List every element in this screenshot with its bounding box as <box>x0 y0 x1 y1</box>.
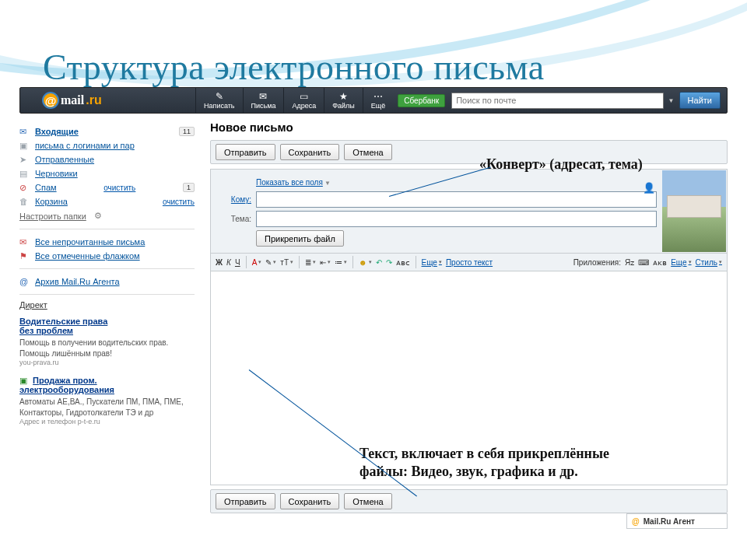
list-button[interactable]: ≔▾ <box>335 258 347 267</box>
dots-icon: ⋯ <box>374 92 383 101</box>
nav-addresses[interactable]: ▭Адреса <box>283 87 324 114</box>
contacts-icon[interactable]: 👤 <box>643 182 655 194</box>
envelope-icon: ✉ <box>19 127 30 136</box>
underline-button[interactable]: Ч <box>235 258 240 267</box>
indent-button[interactable]: ⇤▾ <box>320 258 331 267</box>
compose-actions-top: Отправить Сохранить Отмена <box>210 140 728 164</box>
spell-button[interactable]: ᴀʙᴄ <box>396 258 410 267</box>
undo-button[interactable]: ↶ <box>376 258 382 267</box>
folder-spam[interactable]: ⊘Спамочистить1 <box>19 180 195 194</box>
filter-unread[interactable]: ✉Все непрочитанные письма <box>19 235 195 249</box>
star-icon: ★ <box>339 92 348 101</box>
more-apps[interactable]: Еще▾ <box>671 258 691 267</box>
font-size-button[interactable]: тТ▾ <box>280 258 293 267</box>
mailru-logo[interactable]: @ mail .ru <box>20 92 195 109</box>
bold-button[interactable]: Ж <box>216 258 223 267</box>
block-icon: ⊘ <box>19 183 30 192</box>
compose-actions-bottom: Отправить Сохранить Отмена <box>210 489 728 513</box>
envelope-icon: ✉ <box>259 92 267 101</box>
align-button[interactable]: ≣▾ <box>305 258 316 267</box>
save-button[interactable]: Сохранить <box>280 144 340 160</box>
arrow-right-icon: ➤ <box>19 155 30 164</box>
trash-clear[interactable]: очистить <box>163 198 195 206</box>
bg-color-button[interactable]: ✎▾ <box>265 258 276 267</box>
app-toolbar: @ mail .ru ✎Написать ✉Письма ▭Адреса ★Фа… <box>19 87 728 114</box>
show-all-fields[interactable]: Показать все поля <box>256 178 323 187</box>
pencil-icon: ✎ <box>216 92 223 101</box>
ad1-url[interactable]: you-prava.ru <box>19 359 195 366</box>
slide-title: Структура электронного письма <box>43 47 545 88</box>
annotation-body: Текст, включает в себя прикреплённые фай… <box>359 445 647 480</box>
apps-label: Приложения: <box>573 258 621 267</box>
folder-sidebar: ✉Входящие11 ▣письма с логинами и пар ➤От… <box>19 124 195 425</box>
more-tools[interactable]: Еще▾ <box>422 258 442 267</box>
to-input[interactable] <box>256 191 657 208</box>
ad1-line2[interactable]: без проблем <box>19 326 73 335</box>
to-label[interactable]: Кому: <box>217 195 251 204</box>
spam-clear[interactable]: очистить <box>103 184 135 192</box>
spam-count: 1 <box>183 183 195 192</box>
logo-ru: .ru <box>86 93 101 107</box>
subject-input[interactable] <box>256 211 657 227</box>
filter-flagged[interactable]: ⚑Все отмеченные флажком <box>19 249 195 263</box>
card-thumbnail[interactable] <box>662 170 726 252</box>
gear-icon: ⚙ <box>94 211 102 221</box>
subject-label: Тема: <box>217 215 251 223</box>
agent-archive[interactable]: @Архив Mail.Ru Агента <box>19 275 195 289</box>
save-button-bottom[interactable]: Сохранить <box>280 493 340 509</box>
translit-button[interactable]: Яᴢ <box>625 258 634 267</box>
cancel-button[interactable]: Отмена <box>344 144 391 160</box>
search-dropdown-icon[interactable]: ▼ <box>668 97 675 104</box>
at-icon: @ <box>19 277 30 286</box>
style-menu[interactable]: Стиль▾ <box>696 258 722 267</box>
attach-button[interactable]: Прикрепить файл <box>256 230 344 247</box>
cancel-button-bottom[interactable]: Отмена <box>344 493 391 509</box>
nav-write[interactable]: ✎Написать <box>195 87 243 114</box>
italic-button[interactable]: К <box>226 258 231 267</box>
folder-icon: ▣ <box>19 141 30 150</box>
nav-more[interactable]: ⋯Ещё <box>363 87 393 114</box>
folder-trash[interactable]: 🗑Корзинаочистить <box>19 194 195 208</box>
page-icon: ▤ <box>19 169 30 178</box>
search-button[interactable]: Найти <box>679 92 721 109</box>
font-color-button[interactable]: A▾ <box>252 258 262 267</box>
compose-title: Новое письмо <box>210 121 728 134</box>
annotation-envelope: «Конверт» (адресат, тема) <box>479 156 643 173</box>
editor-toolbar: Ж К Ч A▾ ✎▾ тТ▾ ≣▾ ⇤▾ ≔▾ ☻▾ ↶ ↷ ᴀʙᴄ Еще▾… <box>210 254 728 271</box>
emoji-button[interactable]: ☻▾ <box>359 258 372 267</box>
envelope-icon: ✉ <box>19 237 30 247</box>
send-button[interactable]: Отправить <box>216 144 275 160</box>
ad1-line1[interactable]: Водительские права <box>19 317 107 326</box>
flag-icon: ⚑ <box>19 251 30 261</box>
nav-mail[interactable]: ✉Письма <box>243 87 284 114</box>
keyboard-button[interactable]: ⌨ <box>638 258 649 267</box>
folder-logins[interactable]: ▣письма с логинами и пар <box>19 138 195 152</box>
direct-heading[interactable]: Директ <box>19 300 47 310</box>
ad1-text: Помощь в получении водительских прав. По… <box>19 338 195 359</box>
ad2-line2[interactable]: электрооборудования <box>19 385 114 394</box>
book-icon: ▭ <box>300 92 308 101</box>
inbox-count: 11 <box>179 127 195 136</box>
logo-mail: mail <box>61 93 84 107</box>
ad2-text: Автоматы АЕ,ВА., Пускатели ПМ, ПМА, ПМЕ,… <box>19 397 195 418</box>
folder-sent[interactable]: ➤Отправленные <box>19 152 195 166</box>
at-icon: @ <box>632 517 640 526</box>
plain-text-toggle[interactable]: Просто текст <box>446 258 493 267</box>
redo-button[interactable]: ↷ <box>386 258 392 267</box>
trash-icon: 🗑 <box>19 197 30 206</box>
at-icon: @ <box>42 92 59 109</box>
cart-icon: ▣ <box>19 376 30 385</box>
agent-bar[interactable]: @Mail.Ru Агент <box>626 513 728 529</box>
virtual-kb-button[interactable]: ᴀᴋʙ <box>653 258 667 267</box>
folder-inbox[interactable]: ✉Входящие11 <box>19 124 195 138</box>
envelope-panel: Показать все поля ▼ Кому: 👤 Тема: Прикре… <box>210 169 728 254</box>
folder-drafts[interactable]: ▤Черновики <box>19 166 195 180</box>
ad2-line1[interactable]: Продажа пром. <box>33 376 97 385</box>
send-button-bottom[interactable]: Отправить <box>216 493 275 509</box>
search-input[interactable] <box>451 93 663 109</box>
nav-files[interactable]: ★Файлы <box>324 87 363 114</box>
ad2-url[interactable]: Адрес и телефон p-t-e.ru <box>19 418 195 425</box>
folders-settings[interactable]: Настроить папки⚙ <box>19 208 195 223</box>
sberbank-button[interactable]: Сбербанк <box>398 94 445 107</box>
